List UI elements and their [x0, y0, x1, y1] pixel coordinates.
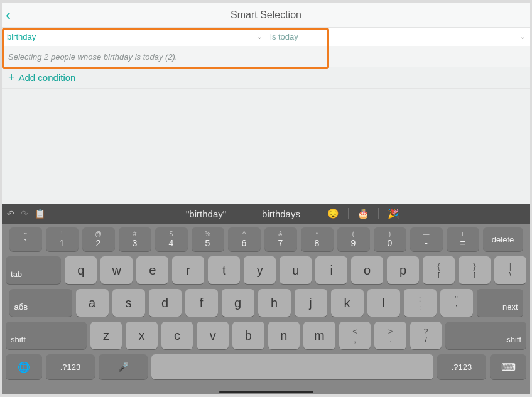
globe-icon: 🌐 [18, 361, 30, 373]
field-selector[interactable]: birthday ⌄ [2, 32, 266, 41]
key-j[interactable]: j [295, 289, 327, 317]
globe-key[interactable]: 🌐 [6, 354, 42, 379]
key-g[interactable]: g [222, 289, 254, 317]
key-h[interactable]: h [258, 289, 291, 317]
undo-icon[interactable]: ↶ [7, 209, 14, 219]
key-z[interactable]: z [90, 322, 122, 349]
condition-row: birthday ⌄ is today ⌄ [2, 28, 530, 46]
key-bracket[interactable]: }] [459, 256, 491, 284]
key-e[interactable]: e [136, 256, 168, 284]
key-punct[interactable]: ?/ [410, 322, 442, 349]
key-=[interactable]: += [447, 227, 479, 251]
key-8[interactable]: *8 [301, 227, 334, 251]
key-l[interactable]: l [367, 289, 400, 317]
keyboard-row-bottom: 🌐 .?123 🎤 .?123 ⌨ [2, 352, 530, 384]
emoji-suggestion[interactable]: 🎂 [349, 208, 378, 219]
add-condition-button[interactable]: + Add condition [2, 67, 530, 89]
key-q[interactable]: q [65, 256, 97, 284]
shift-key[interactable]: shift [6, 322, 87, 349]
keyboard-row-numbers: ~`!1@2#3$4%5^6&7*8(9)0—-+=delete [2, 224, 530, 254]
key-3[interactable]: #3 [119, 227, 151, 251]
key-i[interactable]: i [315, 256, 347, 284]
home-indicator[interactable] [219, 391, 313, 393]
delete-key[interactable]: delete [483, 227, 523, 251]
conditions-area: birthday ⌄ is today ⌄ Selecting 2 people… [2, 28, 530, 204]
mode-key[interactable]: .?123 [46, 354, 95, 379]
operator-value: is today [270, 32, 298, 41]
mic-icon: 🎤 [118, 362, 129, 372]
tab-key[interactable]: tab [6, 256, 61, 284]
chevron-down-icon: ⌄ [520, 33, 525, 40]
dictation-key[interactable]: 🎤 [99, 354, 148, 379]
header: ‹ Smart Selection [2, 3, 530, 28]
shift-key[interactable]: shift [445, 322, 526, 349]
key-a[interactable]: a [76, 289, 109, 317]
page-title: Smart Selection [231, 9, 301, 21]
key-t[interactable]: t [208, 256, 240, 284]
add-condition-label: Add condition [19, 72, 76, 83]
key-0[interactable]: )0 [374, 227, 406, 251]
key-punct[interactable]: :; [404, 289, 437, 317]
keyboard-row-zxcv: shiftzxcvbnm<,>.?/shift [2, 319, 530, 352]
chevron-down-icon: ⌄ [257, 33, 262, 40]
key-9[interactable]: (9 [337, 227, 370, 251]
key-punct[interactable]: >. [374, 322, 406, 349]
key-v[interactable]: v [197, 322, 229, 349]
key--[interactable]: —- [410, 227, 443, 251]
key-k[interactable]: k [331, 289, 364, 317]
key-1[interactable]: !1 [46, 227, 79, 251]
key-r[interactable]: r [172, 256, 204, 284]
next-key[interactable]: next [477, 289, 523, 317]
emoji-suggestion[interactable]: 🎉 [379, 208, 408, 219]
key-c[interactable]: c [161, 322, 193, 349]
clipboard-icon[interactable]: 📋 [35, 209, 45, 219]
redo-icon[interactable]: ↷ [21, 209, 28, 219]
key-w[interactable]: w [100, 256, 133, 284]
emoji-suggestion[interactable]: 😔 [318, 208, 348, 219]
selection-summary: Selecting 2 people whose birthday is tod… [2, 46, 530, 67]
space-key[interactable] [151, 354, 433, 379]
key-o[interactable]: o [351, 256, 383, 284]
key-f[interactable]: f [185, 289, 218, 317]
chevron-left-icon: ‹ [6, 6, 11, 23]
suggestions: "birthday" birthdays 😔 🎂 🎉 [52, 208, 525, 219]
key-punct[interactable]: <, [339, 322, 371, 349]
mode-key[interactable]: .?123 [437, 354, 486, 379]
key-bracket[interactable]: {[ [423, 256, 455, 284]
keyboard-toolbar: ↶ ↷ 📋 "birthday" birthdays 😔 🎂 🎉 [2, 204, 530, 224]
key-n[interactable]: n [268, 322, 300, 349]
key-7[interactable]: &7 [264, 227, 297, 251]
field-value: birthday [7, 32, 36, 41]
key-b[interactable]: b [232, 322, 264, 349]
suggestion[interactable]: "birthday" [168, 209, 244, 219]
virtual-keyboard: ↶ ↷ 📋 "birthday" birthdays 😔 🎂 🎉 ~`!1@2#… [2, 204, 530, 394]
key-d[interactable]: d [149, 289, 182, 317]
key-m[interactable]: m [303, 322, 335, 349]
key-u[interactable]: u [280, 256, 312, 284]
key-bracket[interactable]: |\ [494, 256, 526, 284]
suggestion[interactable]: birthdays [244, 209, 318, 219]
key-p[interactable]: p [387, 256, 419, 284]
key-2[interactable]: @2 [82, 227, 115, 251]
keyboard-row-asdf: абвasdfghjkl:;"'next [2, 286, 530, 319]
key-6[interactable]: ^6 [228, 227, 261, 251]
key-s[interactable]: s [112, 289, 145, 317]
keyboard-row-qwerty: tabqwertyuiop{[}]|\ [2, 254, 530, 286]
operator-selector[interactable]: is today ⌄ [266, 32, 530, 41]
key-x[interactable]: x [126, 322, 158, 349]
key-`[interactable]: ~` [9, 227, 42, 251]
plus-icon: + [8, 71, 15, 84]
keyboard-dismiss-icon: ⌨ [501, 361, 516, 373]
key-4[interactable]: $4 [155, 227, 188, 251]
key-y[interactable]: y [244, 256, 276, 284]
back-button[interactable]: ‹ [6, 6, 11, 24]
lang-key[interactable]: абв [9, 289, 72, 317]
key-5[interactable]: %5 [192, 227, 224, 251]
key-punct[interactable]: "' [440, 289, 473, 317]
dismiss-keyboard-key[interactable]: ⌨ [490, 354, 526, 379]
